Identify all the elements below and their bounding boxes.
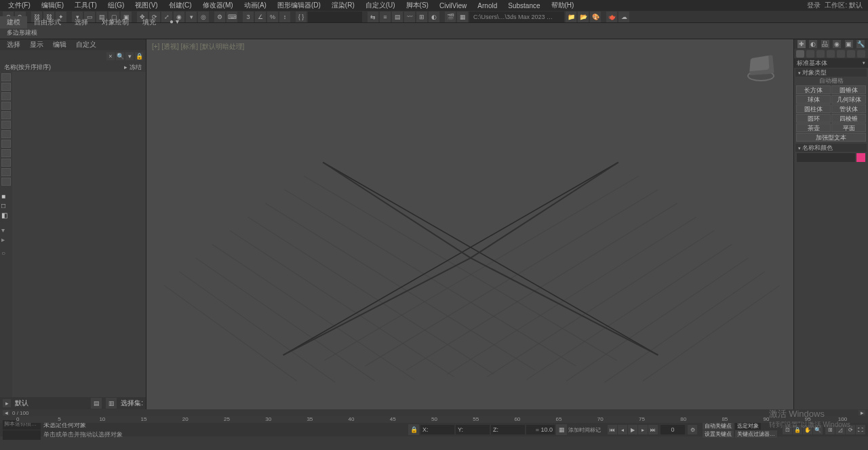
helpers-subtab[interactable] bbox=[837, 50, 845, 58]
filter-container-icon[interactable] bbox=[1, 159, 11, 167]
menu-graph[interactable]: 图形编辑器(D) bbox=[272, 1, 326, 10]
ribbon-expand[interactable]: ● ▾ bbox=[163, 16, 186, 28]
ref-coord[interactable]: ▾ bbox=[186, 12, 197, 22]
btn-sphere[interactable]: 球体 bbox=[796, 95, 831, 104]
viewport[interactable]: [+] [透视] [标准] [默认明暗处理] bbox=[146, 39, 793, 409]
menu-create[interactable]: 创建(C) bbox=[163, 1, 197, 10]
menu-group[interactable]: 组(G) bbox=[102, 1, 130, 10]
tl-right-icon[interactable]: ▸ bbox=[859, 410, 865, 415]
project-path[interactable]: C:\Users\…\3ds Max 2023 … bbox=[469, 12, 564, 22]
filter-bone-icon[interactable] bbox=[1, 149, 11, 157]
spinner-snap[interactable]: ↕ bbox=[279, 12, 290, 22]
motion-tab[interactable]: ◉ bbox=[833, 40, 841, 48]
snap-toggle-3[interactable]: 3 bbox=[243, 12, 254, 22]
lp-tab-edit[interactable]: 编辑 bbox=[53, 40, 66, 49]
menu-arnold[interactable]: Arnold bbox=[472, 2, 502, 9]
coord-z[interactable]: Z: bbox=[491, 425, 525, 434]
filter-xref-icon[interactable] bbox=[1, 140, 11, 148]
lp-filter-icon[interactable]: ▾ bbox=[125, 52, 134, 60]
filter-collapse-icon[interactable]: ▸ bbox=[1, 236, 11, 244]
named-selection[interactable] bbox=[308, 12, 362, 22]
filter-geom-icon[interactable] bbox=[1, 73, 11, 81]
filter-expand-icon[interactable]: ▾ bbox=[1, 226, 11, 234]
rollout-object-type[interactable]: 对象类型 bbox=[795, 68, 867, 77]
ribbon-tab-freeform[interactable]: 自由形式 bbox=[27, 16, 68, 28]
lp-tab-display[interactable]: 显示 bbox=[30, 40, 43, 49]
open-project[interactable]: 📁 bbox=[566, 12, 576, 22]
object-name-input[interactable] bbox=[797, 153, 855, 162]
lp-freeze-label[interactable]: ▸ 冻结 bbox=[124, 63, 142, 72]
keyboard-shortcut[interactable]: ⌨ bbox=[226, 12, 237, 22]
current-frame[interactable]: 0 bbox=[660, 425, 685, 434]
coord-x[interactable]: X: bbox=[420, 425, 454, 434]
render-frame[interactable]: ▦ bbox=[457, 12, 468, 22]
menu-modifiers[interactable]: 修改器(M) bbox=[197, 1, 239, 10]
filter-camera-icon[interactable] bbox=[1, 102, 11, 110]
edit-selection-set[interactable]: { } bbox=[296, 12, 307, 22]
menu-customize[interactable]: 自定义(U) bbox=[360, 1, 401, 10]
menu-script[interactable]: 脚本(S) bbox=[401, 1, 434, 10]
menu-tools[interactable]: 工具(T) bbox=[69, 1, 102, 10]
menu-edit[interactable]: 编辑(E) bbox=[36, 1, 69, 10]
filter-light-icon[interactable] bbox=[1, 92, 11, 100]
zoom-extents-icon[interactable]: ⊞ bbox=[825, 425, 835, 434]
lp-search-icon[interactable]: 🔍 bbox=[116, 52, 124, 60]
lp-tab-select[interactable]: 选择 bbox=[7, 40, 20, 49]
time-ruler[interactable]: 0 5 10 15 20 25 30 35 40 45 50 55 60 65 … bbox=[16, 416, 846, 423]
modify-tab[interactable]: ◐ bbox=[809, 40, 817, 48]
material-editor[interactable]: ◐ bbox=[429, 12, 439, 22]
spacewarps-subtab[interactable] bbox=[847, 50, 855, 58]
toggle-grid-icon[interactable]: ▦ bbox=[556, 424, 567, 435]
filter-none-icon[interactable]: □ bbox=[1, 202, 11, 210]
cameras-subtab[interactable] bbox=[827, 50, 835, 58]
filter-invert-icon[interactable]: ◧ bbox=[1, 211, 11, 220]
rollout-name-color[interactable]: 名称和颜色 bbox=[795, 144, 867, 152]
btn-pyramid[interactable]: 四棱锥 bbox=[831, 114, 866, 123]
filter-misc-icon[interactable]: ○ bbox=[1, 249, 11, 258]
fov-icon[interactable]: ◿ bbox=[835, 425, 845, 434]
autokey-button[interactable]: 自动关键点 bbox=[703, 422, 734, 430]
render-setup[interactable]: 🎬 bbox=[445, 12, 456, 22]
lp-selset-icon2[interactable]: ▥ bbox=[106, 398, 117, 409]
play-button[interactable]: ▶ bbox=[628, 425, 637, 434]
maximize-viewport-icon[interactable]: ⛶ bbox=[856, 425, 865, 434]
btn-geosphere[interactable]: 几何球体 bbox=[831, 95, 866, 104]
keyfilter-button[interactable]: 关键点过滤器… bbox=[735, 430, 777, 438]
utilities-tab[interactable]: 🔧 bbox=[856, 40, 865, 48]
filter-frozen-icon[interactable] bbox=[1, 168, 11, 176]
select-lock-icon[interactable]: 🔒 bbox=[793, 425, 802, 434]
filter-spacewarp-icon[interactable] bbox=[1, 121, 11, 129]
btn-plane[interactable]: 平面 bbox=[831, 123, 866, 132]
pivot-center[interactable]: ◎ bbox=[198, 12, 209, 22]
ribbon-tab-objpaint[interactable]: 对象绘制 bbox=[95, 16, 136, 28]
btn-torus[interactable]: 圆环 bbox=[796, 114, 831, 123]
setkey-button[interactable]: 设置关键点 bbox=[703, 430, 734, 438]
filter-hidden-icon[interactable] bbox=[1, 178, 11, 186]
render-production[interactable]: 🎨 bbox=[590, 12, 601, 22]
btn-cylinder[interactable]: 圆柱体 bbox=[796, 104, 831, 113]
create-tab[interactable]: ✚ bbox=[797, 40, 806, 48]
lights-subtab[interactable] bbox=[816, 50, 825, 58]
schematic-view[interactable]: ⊞ bbox=[416, 12, 427, 22]
render-teapot[interactable]: 🫖 bbox=[606, 12, 617, 22]
lp-close[interactable]: × bbox=[106, 52, 115, 60]
lp-selset-icon[interactable]: ▤ bbox=[91, 398, 102, 409]
menu-file[interactable]: 文件(F) bbox=[3, 1, 36, 10]
lp-toggle-icon[interactable]: ▸ bbox=[3, 399, 11, 407]
orbit-icon[interactable]: ⟳ bbox=[846, 425, 855, 434]
zoom-icon[interactable]: 🔍 bbox=[813, 425, 823, 434]
align-button[interactable]: ≡ bbox=[380, 12, 391, 22]
shapes-subtab[interactable] bbox=[806, 50, 814, 58]
prev-frame[interactable]: ◂ bbox=[618, 425, 627, 434]
add-time-tag[interactable]: 添加时间标记 bbox=[568, 426, 601, 434]
ribbon-tab-populate[interactable]: 填充 bbox=[136, 16, 163, 28]
btn-cone[interactable]: 圆锥体 bbox=[831, 85, 866, 94]
isolate-icon[interactable]: ⊡ bbox=[783, 425, 792, 434]
angle-snap[interactable]: ∠ bbox=[255, 12, 266, 22]
btn-box[interactable]: 长方体 bbox=[796, 85, 831, 94]
login-link[interactable]: 登录 bbox=[807, 1, 821, 10]
menu-civilview[interactable]: CivilView bbox=[434, 2, 472, 9]
menu-substance[interactable]: Substance bbox=[502, 2, 545, 9]
goto-end[interactable]: ⏭ bbox=[648, 425, 658, 434]
curve-editor[interactable]: 〰 bbox=[404, 12, 415, 22]
